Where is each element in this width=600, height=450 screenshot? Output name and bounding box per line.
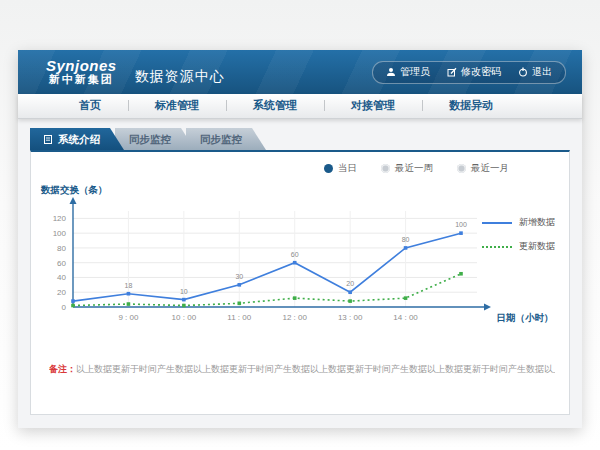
legend-new-data: 新增数据: [482, 216, 555, 229]
legend-line-swatch: [482, 222, 512, 224]
edit-icon: [447, 67, 457, 77]
tab-system-intro[interactable]: 系统介绍: [30, 128, 124, 150]
legend-new-data-label: 新增数据: [519, 216, 555, 229]
time-range-filter: 当日 最近一周 最近一月: [31, 152, 569, 175]
power-icon: [518, 67, 528, 77]
radio-dot: [324, 164, 333, 173]
radio-today[interactable]: 当日: [324, 162, 357, 175]
svg-text:30: 30: [235, 273, 243, 280]
nav-item-home[interactable]: 首页: [52, 94, 128, 118]
change-password-label: 修改密码: [461, 65, 501, 79]
logout-label: 退出: [532, 65, 552, 79]
tab-sync-monitor-2-label: 同步监控: [200, 128, 242, 150]
current-user-label: 管理员: [400, 65, 430, 79]
footnote: 备注：以上数据更新于时间产生数据以上数据更新于时间产生数据以上数据更新于时间产生…: [49, 363, 555, 376]
legend-line-swatch: [482, 246, 512, 248]
svg-text:20: 20: [346, 280, 354, 287]
svg-text:60: 60: [291, 251, 299, 258]
nav-item-standard-mgmt[interactable]: 标准管理: [128, 94, 226, 118]
tab-system-intro-label: 系统介绍: [58, 128, 100, 150]
legend-updated-data-label: 更新数据: [519, 240, 555, 253]
app-header: Synjones 新中新集团 数据资源中心 管理员 修改密码 退出: [18, 50, 582, 94]
radio-dot: [381, 164, 390, 173]
nav-item-interface-mgmt[interactable]: 对接管理: [324, 94, 422, 118]
footnote-label: 备注：: [49, 364, 76, 374]
radio-last-week[interactable]: 最近一周: [381, 162, 433, 175]
svg-text:13 : 00: 13 : 00: [338, 313, 363, 322]
footnote-text: 以上数据更新于时间产生数据以上数据更新于时间产生数据以上数据更新于时间产生数据以…: [76, 364, 555, 374]
svg-text:12 : 00: 12 : 00: [282, 313, 307, 322]
tab-sync-monitor-1[interactable]: 同步监控: [115, 128, 195, 150]
svg-text:14 : 00: 14 : 00: [393, 313, 418, 322]
chart-legend: 新增数据 更新数据: [482, 216, 555, 253]
svg-text:100: 100: [455, 221, 467, 228]
svg-text:80: 80: [57, 244, 66, 253]
change-password-button[interactable]: 修改密码: [447, 65, 501, 79]
main-nav: 首页 标准管理 系统管理 对接管理 数据异动: [18, 94, 582, 119]
svg-text:0: 0: [62, 303, 67, 312]
tab-sync-monitor-1-label: 同步监控: [129, 128, 171, 150]
radio-today-label: 当日: [338, 162, 357, 175]
nav-item-data-change[interactable]: 数据异动: [422, 94, 520, 118]
svg-text:100: 100: [53, 229, 67, 238]
nav-item-system-mgmt[interactable]: 系统管理: [226, 94, 324, 118]
legend-updated-data: 更新数据: [482, 240, 555, 253]
content-area: 系统介绍 同步监控 同步监控 当日 最近一周: [18, 119, 582, 415]
chart-panel: 当日 最近一周 最近一月 0204060801001209 : 0010 : 0…: [30, 150, 570, 415]
app-window: Synjones 新中新集团 数据资源中心 管理员 修改密码 退出: [18, 50, 582, 428]
svg-text:10: 10: [180, 288, 188, 295]
brand-logo: Synjones 新中新集团: [46, 58, 117, 85]
svg-text:60: 60: [57, 259, 66, 268]
svg-text:40: 40: [57, 273, 66, 282]
tab-sync-monitor-2[interactable]: 同步监控: [186, 128, 266, 150]
tab-bar: 系统介绍 同步监控 同步监控: [18, 128, 582, 150]
svg-text:120: 120: [53, 214, 67, 223]
svg-text:80: 80: [402, 236, 410, 243]
radio-last-month[interactable]: 最近一月: [457, 162, 509, 175]
radio-last-week-label: 最近一周: [395, 162, 433, 175]
brand-logo-subtext: 新中新集团: [46, 74, 117, 86]
user-toolbar: 管理员 修改密码 退出: [372, 61, 566, 84]
page-title: 数据资源中心: [135, 68, 225, 86]
line-chart: 0204060801001209 : 0010 : 0011 : 0012 : …: [31, 177, 569, 329]
document-icon: [44, 135, 52, 144]
logout-button[interactable]: 退出: [518, 65, 552, 79]
radio-dot: [457, 164, 466, 173]
svg-text:10 : 00: 10 : 00: [172, 313, 197, 322]
svg-text:日期（小时）: 日期（小时）: [497, 312, 554, 324]
svg-text:20: 20: [57, 288, 66, 297]
svg-text:数据交换（条）: 数据交换（条）: [40, 184, 108, 196]
radio-last-month-label: 最近一月: [471, 162, 509, 175]
current-user-button[interactable]: 管理员: [386, 65, 430, 79]
brand-logo-text: Synjones: [46, 58, 117, 74]
svg-text:9 : 00: 9 : 00: [118, 313, 139, 322]
user-icon: [386, 67, 396, 77]
svg-text:11 : 00: 11 : 00: [227, 313, 251, 322]
svg-text:18: 18: [125, 282, 133, 289]
